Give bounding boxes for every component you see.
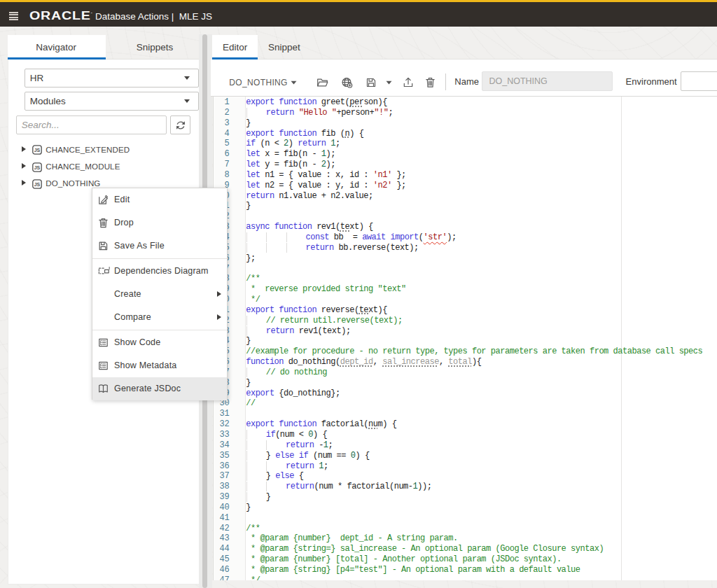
svg-text:JS: JS <box>34 148 41 153</box>
svg-text:JS: JS <box>34 182 41 187</box>
svg-text:JS: JS <box>34 165 41 170</box>
